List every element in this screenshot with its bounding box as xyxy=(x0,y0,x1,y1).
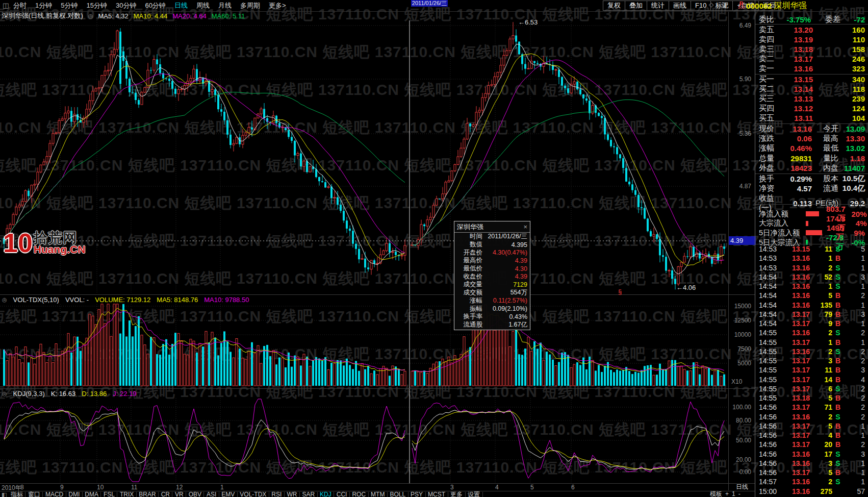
indicator-tab-MACD[interactable]: MACD xyxy=(43,492,66,497)
trade-row[interactable]: 14:5413.165B2 xyxy=(755,291,868,300)
quote-value: 13.02 xyxy=(838,144,865,153)
indicator-tab-WR[interactable]: WR xyxy=(285,492,300,497)
indicator-tab-MTM[interactable]: MTM xyxy=(369,492,388,497)
trade-row[interactable]: 14:5313.162S1 xyxy=(755,263,868,272)
svg-text:5000: 5000 xyxy=(737,360,751,367)
indicator-tab-DMI[interactable]: DMI xyxy=(66,492,83,497)
kdj-collapse-icon[interactable]: ◎ xyxy=(2,390,7,397)
period-tab-30分钟[interactable]: 30分钟 xyxy=(116,1,136,10)
indicator-tab-CCI[interactable]: CCI xyxy=(334,492,350,497)
trade-row[interactable]: 14:5713.162S1 xyxy=(755,477,868,486)
close-icon[interactable]: × xyxy=(523,223,527,231)
indicator-tab-OBV[interactable]: OBV xyxy=(186,492,204,497)
period-tab-分时[interactable]: 分时 xyxy=(13,1,27,10)
trade-row[interactable]: 14:5313.1511S5 xyxy=(755,244,868,254)
trade-row[interactable]: 14:5313.161B1 xyxy=(755,254,868,263)
indicator-tab-KDJ[interactable]: KDJ xyxy=(318,492,335,497)
indicator-tab-MCST[interactable]: MCST xyxy=(426,492,448,497)
indicator-tab-DMA[interactable]: DMA xyxy=(83,492,101,497)
vol-collapse-icon[interactable]: ◎ xyxy=(2,296,7,303)
toolbar-button-统计[interactable]: 统计 xyxy=(647,1,669,11)
toolbar-button-叠加[interactable]: 叠加 xyxy=(625,1,647,11)
candlestick-chart[interactable]: 6.495.905.364.8715000125001000075005000X… xyxy=(0,0,755,484)
indicator-tab-BOLL[interactable]: BOLL xyxy=(388,492,409,497)
date-tick: 6 xyxy=(571,484,575,491)
window-layout-icon[interactable]: ◫ xyxy=(3,2,9,9)
toolbar-button-标记[interactable]: 标记 xyxy=(710,1,733,11)
trade-row[interactable]: 14:5613.1720B2 xyxy=(755,440,868,449)
trade-row[interactable]: 14:5413.161S1 xyxy=(755,282,868,291)
trade-row[interactable]: 14:5513.176S2 xyxy=(755,384,868,393)
trade-row[interactable]: 14:5513.1714B4 xyxy=(755,375,868,384)
trade-row[interactable]: 14:5513.171B1 xyxy=(755,338,868,347)
period-label[interactable]: 日线 xyxy=(728,484,755,490)
quote-row: 涨跌0.06最高13.30 xyxy=(755,134,868,143)
indicator-tab-BRAR[interactable]: BRAR xyxy=(137,492,159,497)
indicator-tab-ASI[interactable]: ASI xyxy=(204,492,219,497)
quote-value: 29831 xyxy=(780,154,812,163)
trade-row[interactable]: 14:5613.175B1 xyxy=(755,421,868,431)
trade-row[interactable]: 14:5613.175B1 xyxy=(755,468,868,477)
trade-row[interactable]: 14:5613.162S2 xyxy=(755,412,868,421)
bid-level-label: 买四 xyxy=(759,104,780,113)
date-tick: 9 xyxy=(60,484,64,491)
trade-row[interactable]: 14:5613.163S1 xyxy=(755,459,868,468)
tool-模板[interactable]: 模板 xyxy=(710,491,722,497)
trade-row[interactable]: 14:5413.1779B3 xyxy=(755,310,868,319)
period-tab-日线[interactable]: 日线 xyxy=(174,1,188,10)
trade-row[interactable]: 14:5613.1617S3 xyxy=(755,450,868,459)
toolbar-button-F10[interactable]: F10 xyxy=(691,1,711,11)
period-tab-更多>[interactable]: 更多> xyxy=(269,1,286,10)
indicator-tab-指标[interactable]: 指标 xyxy=(8,492,25,497)
period-tab-15分钟[interactable]: 15分钟 xyxy=(86,1,107,10)
indicator-tab-EMV[interactable]: EMV xyxy=(219,492,238,497)
quote-label: 股本 xyxy=(812,174,838,184)
trade-row[interactable]: 14:5513.1711B3 xyxy=(755,365,868,375)
ma-value: MA5: 4.32 xyxy=(98,12,129,20)
trade-row[interactable]: 14:5413.179B1 xyxy=(755,319,868,328)
indicator-tab-更多[interactable]: 更多 xyxy=(448,492,466,497)
tool-+[interactable]: + xyxy=(725,491,729,497)
panel-toggle-icon[interactable]: ◧ xyxy=(0,491,8,497)
period-tab-1分钟[interactable]: 1分钟 xyxy=(35,1,52,10)
trade-count: 3 xyxy=(844,450,865,458)
trade-row[interactable]: 15:0013.1627557 xyxy=(755,487,868,496)
period-tab-多周期[interactable]: 多周期 xyxy=(240,1,260,10)
indicator-param: VVOL: - xyxy=(65,296,89,304)
period-tab-周线[interactable]: 周线 xyxy=(196,1,210,10)
indicator-tab-窗口[interactable]: 窗口 xyxy=(25,492,43,497)
period-tab-5分钟[interactable]: 5分钟 xyxy=(61,1,78,10)
trade-row[interactable]: 14:5513.162S2 xyxy=(755,347,868,356)
indicator-tab-ROC[interactable]: ROC xyxy=(350,492,369,497)
indicator-tab-SAR[interactable]: SAR xyxy=(300,492,318,497)
trade-row[interactable]: 14:5513.173B2 xyxy=(755,356,868,365)
weibi-value: -3.75% xyxy=(779,15,811,24)
toolbar-button-复权[interactable]: 复权 xyxy=(603,1,625,11)
popup-title-bar[interactable]: 深圳华强 × xyxy=(454,221,530,233)
indicator-tab-设置[interactable]: 设置 xyxy=(466,492,483,497)
indicator-tab-PSY[interactable]: PSY xyxy=(409,492,426,497)
trade-row[interactable]: 14:5613.174B1 xyxy=(755,431,868,440)
trade-row[interactable]: 14:5413.1652S3 xyxy=(755,272,868,282)
trade-row[interactable]: 14:5613.1771B2 xyxy=(755,403,868,412)
trade-row[interactable]: 14:5413.16135B1 xyxy=(755,301,868,310)
indicator-param: MA10: 9788.50 xyxy=(204,296,249,304)
indicator-tab-VR[interactable]: VR xyxy=(172,492,186,497)
indicator-tab-RSI[interactable]: RSI xyxy=(269,492,285,497)
quote-summary: 现价13.16今开13.09涨跌0.06最高13.30涨幅0.46%最低13.0… xyxy=(755,123,868,173)
indicator-tab-FSL[interactable]: FSL xyxy=(101,492,117,497)
indicator-tab-TRIX[interactable]: TRIX xyxy=(117,492,136,497)
toolbar-button-画线[interactable]: 画线 xyxy=(669,1,691,11)
period-tab-60分钟[interactable]: 60分钟 xyxy=(145,1,165,10)
indicator-tab-VOL-TDX[interactable]: VOL-TDX xyxy=(238,492,269,497)
tick-trade-list[interactable]: 14:5313.1511S514:5313.161B114:5313.162S1… xyxy=(755,244,868,496)
trade-row[interactable]: 14:5513.185B2 xyxy=(755,393,868,403)
collapse-icon[interactable]: ◎ xyxy=(88,13,93,19)
trade-row[interactable]: 14:5513.162S2 xyxy=(755,328,868,337)
tool-1[interactable]: 1 xyxy=(732,491,735,497)
svg-text:§: § xyxy=(618,288,622,295)
tool--[interactable]: - xyxy=(738,491,741,497)
trade-time: 14:55 xyxy=(759,357,781,365)
indicator-tab-CR[interactable]: CR xyxy=(159,492,172,497)
period-tab-月线[interactable]: 月线 xyxy=(218,1,232,10)
